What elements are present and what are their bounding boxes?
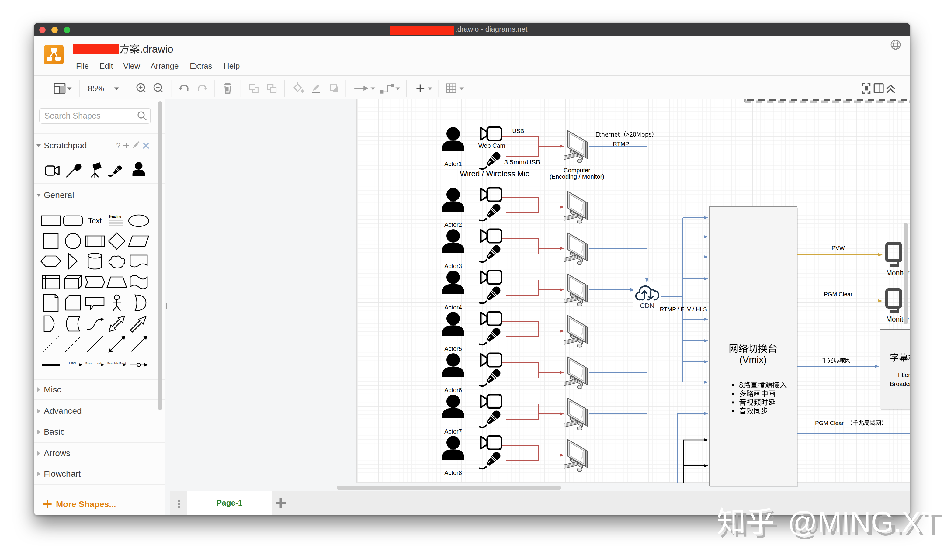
svg-text:Advanced: Advanced bbox=[44, 406, 82, 415]
svg-text:Wired / Wireless Mic: Wired / Wireless Mic bbox=[460, 169, 529, 178]
svg-text:CDN: CDN bbox=[640, 302, 654, 309]
svg-text:General: General bbox=[44, 190, 74, 200]
svg-text:Arrows: Arrows bbox=[44, 448, 70, 458]
svg-text:USB: USB bbox=[512, 128, 524, 134]
svg-text:Target: Target bbox=[120, 362, 126, 365]
svg-text:Actor2: Actor2 bbox=[444, 222, 462, 228]
svg-text:Web Cam: Web Cam bbox=[478, 142, 505, 149]
svg-text:Label: Label bbox=[114, 362, 120, 364]
svg-text:More Shapes...: More Shapes... bbox=[56, 500, 116, 509]
svg-text:(Vmix): (Vmix) bbox=[739, 354, 767, 365]
svg-text:Source: Source bbox=[85, 362, 92, 364]
svg-text:Flowchart: Flowchart bbox=[44, 469, 81, 478]
svg-text:Heading: Heading bbox=[109, 215, 121, 218]
svg-text:Text: Text bbox=[88, 217, 102, 225]
svg-text:Titler: Titler bbox=[897, 371, 910, 378]
svg-text:Actor3: Actor3 bbox=[444, 263, 462, 269]
svg-text:Broadcast: Broadcast bbox=[890, 381, 910, 387]
svg-text:Actor1: Actor1 bbox=[444, 160, 462, 167]
svg-text:RTMP: RTMP bbox=[613, 141, 629, 147]
svg-text:Actor8: Actor8 bbox=[444, 469, 462, 476]
svg-text:Source: Source bbox=[107, 362, 114, 364]
svg-text:?: ? bbox=[116, 141, 120, 150]
svg-text:Scratchpad: Scratchpad bbox=[44, 141, 87, 150]
svg-text:(Encoding / Monitor): (Encoding / Monitor) bbox=[550, 173, 604, 180]
svg-text:PGM Clear: PGM Clear bbox=[815, 420, 844, 426]
svg-text:PGM Clear: PGM Clear bbox=[824, 291, 853, 297]
svg-text:Actor5: Actor5 bbox=[444, 345, 462, 352]
svg-text:Search Shapes: Search Shapes bbox=[45, 111, 101, 120]
svg-text:Actor6: Actor6 bbox=[444, 387, 462, 394]
svg-text:@MING.XT: @MING.XT bbox=[788, 506, 939, 538]
svg-text:RTMP / FLV / HLS: RTMP / FLV / HLS bbox=[660, 306, 707, 312]
svg-text:Basic: Basic bbox=[44, 427, 65, 437]
svg-text:Actor7: Actor7 bbox=[444, 428, 462, 435]
svg-text:.drawio: .drawio bbox=[140, 43, 173, 55]
svg-text:end: end bbox=[97, 362, 101, 364]
svg-text:3.5mm/USB: 3.5mm/USB bbox=[504, 158, 541, 166]
svg-text:Actor4: Actor4 bbox=[444, 304, 462, 311]
svg-text:Label: Label bbox=[69, 362, 76, 365]
svg-text:Computer: Computer bbox=[564, 167, 590, 174]
svg-text:Misc: Misc bbox=[44, 385, 62, 394]
svg-text:PVW: PVW bbox=[832, 245, 845, 251]
svg-text:85%: 85% bbox=[88, 84, 104, 93]
